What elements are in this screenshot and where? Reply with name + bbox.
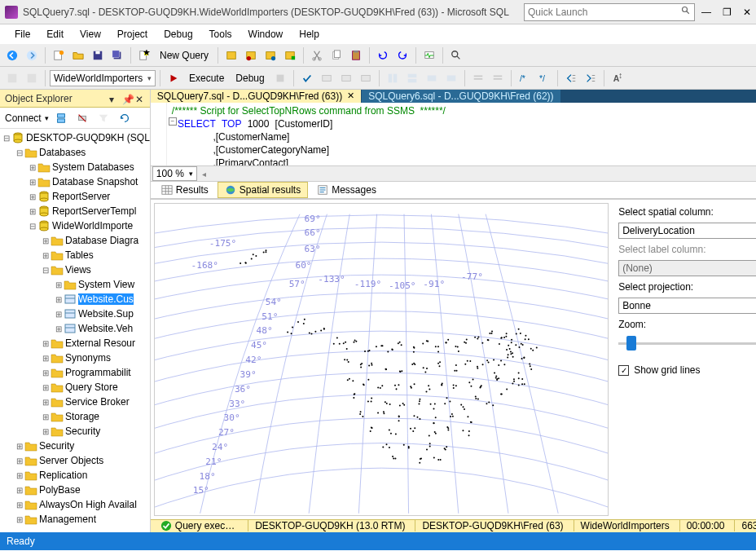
close-panel-icon[interactable]: ✕ <box>135 94 145 104</box>
tree-prog[interactable]: ⊞Programmabilit <box>0 365 150 380</box>
outline-collapse-icon[interactable]: − <box>169 117 177 126</box>
show-grid-checkbox[interactable]: ✓Show grid lines <box>618 364 756 376</box>
new-query-button[interactable]: New Query <box>155 50 213 61</box>
zoom-combo[interactable]: 100 %▾ <box>152 166 197 181</box>
save-button[interactable] <box>89 46 107 64</box>
spatial-canvas[interactable]: -175° -168° -133° -119° -105° -91° -77° … <box>154 203 609 515</box>
debug-button[interactable]: Debug <box>231 73 269 84</box>
tree-reportserver[interactable]: ⊞ReportServer <box>0 189 150 204</box>
uncomment-icon[interactable]: */ <box>535 69 553 87</box>
tree-replication[interactable]: ⊞Replication <box>0 468 150 483</box>
refresh-icon[interactable] <box>116 109 134 127</box>
tb2-icon-i[interactable] <box>489 69 507 87</box>
close-button[interactable]: ✕ <box>743 7 751 18</box>
copy-button[interactable] <box>327 46 345 64</box>
tree-databases[interactable]: ⊟Databases <box>0 145 150 160</box>
tree-sysdb[interactable]: ⊞System Databases <box>0 160 150 174</box>
tb2-icon-d[interactable] <box>384 69 402 87</box>
tb2-icon-c[interactable] <box>357 69 375 87</box>
tree-alwayson[interactable]: ⊞AlwaysOn High Availal <box>0 497 150 512</box>
tree-tables[interactable]: ⊞Tables <box>0 248 150 262</box>
tree-views[interactable]: ⊟Views <box>0 262 150 277</box>
tab-query7[interactable]: SQLQuery7.sql - D...GUQD9KH\Fred (63))✕ <box>151 90 362 103</box>
tb2-icon-f[interactable] <box>423 69 441 87</box>
redo-button[interactable] <box>393 46 411 64</box>
back-button[interactable] <box>3 46 21 64</box>
tb2-icon-g[interactable] <box>442 69 460 87</box>
indent-right-icon[interactable] <box>582 69 600 87</box>
new-item-button[interactable] <box>50 46 68 64</box>
paste-button[interactable] <box>347 46 365 64</box>
tb2-icon-e[interactable] <box>403 69 421 87</box>
tree-reportservertemp[interactable]: ⊞ReportServerTempl <box>0 204 150 218</box>
tree-server[interactable]: ⊟DESKTOP-GUQD9KH (SQL <box>0 130 150 145</box>
pin-icon[interactable]: 📌 <box>122 94 132 104</box>
menu-project[interactable]: Project <box>111 26 154 42</box>
tree-website-veh[interactable]: ⊞Website.Veh <box>0 321 150 336</box>
tree-website-sup[interactable]: ⊞Website.Sup <box>0 306 150 321</box>
activity-monitor-icon[interactable] <box>420 46 438 64</box>
zoom-slider[interactable] <box>618 335 756 351</box>
tree-wwi[interactable]: ⊟WideWorldImporte <box>0 218 150 233</box>
tb-icon-b[interactable] <box>242 46 260 64</box>
projection-select[interactable]: Bonne▾ <box>618 298 756 314</box>
restore-button[interactable]: ❐ <box>723 7 732 18</box>
tab-query6[interactable]: SQLQuery6.sql - D...GUQD9KH\Fred (62)) <box>362 90 560 103</box>
parse-icon[interactable] <box>298 69 316 87</box>
tab-messages[interactable]: Messages <box>310 182 384 198</box>
menu-edit[interactable]: Edit <box>40 26 70 42</box>
undo-button[interactable] <box>374 46 392 64</box>
tree-sysview[interactable]: ⊞System View <box>0 277 150 292</box>
tree-serverobj[interactable]: ⊞Server Objects <box>0 453 150 468</box>
tree-extres[interactable]: ⊞External Resour <box>0 336 150 351</box>
database-combo[interactable]: WideWorldImporters▾ <box>50 70 156 86</box>
tb2-icon-j[interactable]: A↕ <box>609 69 626 87</box>
tree-security1[interactable]: ⊞Security <box>0 424 150 439</box>
tree-management[interactable]: ⊞Management <box>0 512 150 527</box>
chevron-down-icon[interactable]: ▾ <box>109 94 119 104</box>
tree-servicebroker[interactable]: ⊞Service Broker <box>0 395 150 409</box>
tb-icon-d[interactable] <box>281 46 299 64</box>
new-query-icon[interactable]: ★ <box>135 46 153 64</box>
open-button[interactable] <box>69 46 87 64</box>
indent-left-icon[interactable] <box>562 69 580 87</box>
menu-debug[interactable]: Debug <box>157 26 199 42</box>
menu-tools[interactable]: Tools <box>203 26 239 42</box>
tree-snapshot[interactable]: ⊞Database Snapshot <box>0 174 150 189</box>
disconnect-icon[interactable] <box>73 109 91 127</box>
connect-button[interactable]: Connect <box>5 112 42 124</box>
comment-icon[interactable]: /* <box>516 69 534 87</box>
execute-button[interactable]: Execute <box>184 73 229 84</box>
execute-icon[interactable] <box>165 69 182 87</box>
tb2-icon-a[interactable] <box>318 69 336 87</box>
tree-dbdiag[interactable]: ⊞Database Diagra <box>0 233 150 248</box>
sql-editor[interactable]: − /****** Script for SelectTopNRows comm… <box>151 103 756 167</box>
tree-security2[interactable]: ⊞Security <box>0 439 150 453</box>
tree-storage[interactable]: ⊞Storage <box>0 409 150 424</box>
tree-polybase[interactable]: ⊞PolyBase <box>0 483 150 497</box>
quick-launch[interactable] <box>524 3 695 21</box>
find-icon[interactable] <box>447 46 465 64</box>
tree-website-cus[interactable]: ⊞Website.Cus <box>0 292 150 306</box>
tab-results[interactable]: Results <box>154 182 216 198</box>
cut-button[interactable] <box>308 46 326 64</box>
tb2-icon-h[interactable] <box>469 69 487 87</box>
tree-querystore[interactable]: ⊞Query Store <box>0 380 150 395</box>
menu-window[interactable]: Window <box>242 26 290 42</box>
tb2-icon-b[interactable] <box>337 69 355 87</box>
tree-synonyms[interactable]: ⊞Synonyms <box>0 351 150 365</box>
tab-close-icon[interactable]: ✕ <box>347 90 354 101</box>
menu-file[interactable]: File <box>8 26 37 42</box>
spatial-column-select[interactable]: DeliveryLocation▾ <box>618 223 756 239</box>
minimize-button[interactable]: — <box>701 7 711 18</box>
forward-button[interactable] <box>23 46 41 64</box>
save-all-button[interactable] <box>108 46 126 64</box>
object-tree[interactable]: ⊟DESKTOP-GUQD9KH (SQL ⊟Databases ⊞System… <box>0 129 150 532</box>
connect-server-icon[interactable] <box>52 109 70 127</box>
tb-icon-a[interactable] <box>222 46 240 64</box>
quick-launch-input[interactable] <box>528 7 681 18</box>
menu-help[interactable]: Help <box>292 26 326 42</box>
tb-icon-c[interactable] <box>262 46 279 64</box>
menu-view[interactable]: View <box>73 26 108 42</box>
tab-spatial[interactable]: Spatial results <box>218 182 308 198</box>
